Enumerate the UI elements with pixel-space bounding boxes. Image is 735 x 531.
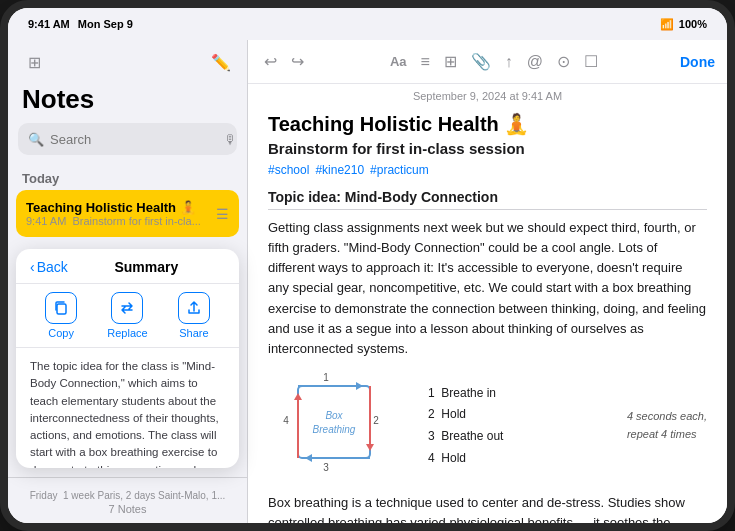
diagram-step-2: 2 Hold	[428, 404, 607, 426]
tag-practicum[interactable]: #practicum	[370, 163, 429, 177]
svg-rect-0	[57, 304, 66, 314]
sidebar-title: Notes	[8, 84, 247, 123]
summary-footer-meta: Friday 1 week Paris, 2 days Saint-Malo, …	[22, 486, 233, 503]
copy-label: Copy	[48, 327, 74, 339]
replace-label: Replace	[107, 327, 147, 339]
back-label: Back	[37, 259, 68, 275]
summary-actions: Copy Replace	[16, 284, 239, 348]
topic-heading: Topic idea: Mind-Body Connection	[268, 189, 707, 210]
checkbox-button[interactable]: ☐	[580, 48, 602, 75]
box-diagram: 1 2 3 4 Box Breathing	[268, 371, 408, 481]
app-container: ⊞ ✏️ Notes 🔍 🎙 Today Teaching Holistic H…	[8, 40, 727, 523]
format-text-button[interactable]: Aa	[386, 50, 411, 73]
detail-toolbar: ↩ ↪ Aa ≡ ⊞ 📎 ↑ @ ⊙ ☐ Done	[248, 40, 727, 84]
diagram-container: 1 2 3 4 Box Breathing 1 Breathe in 2 Hol…	[268, 371, 707, 481]
sidebar-grid-button[interactable]: ⊞	[20, 48, 48, 76]
search-input[interactable]	[50, 132, 218, 147]
detail-subtitle: Brainstorm for first in-class session	[268, 140, 707, 157]
note-list-icon-1: ☰	[216, 206, 229, 222]
svg-text:2: 2	[373, 415, 379, 426]
note-title-1: Teaching Holistic Health 🧘	[26, 200, 208, 215]
summary-popup: ‹ Back Summary Copy	[16, 249, 239, 468]
svg-text:Breathing: Breathing	[313, 424, 356, 435]
share-label: Share	[179, 327, 208, 339]
svg-text:Box: Box	[325, 410, 343, 421]
summary-body: The topic idea for the class is "Mind-Bo…	[16, 348, 239, 468]
svg-marker-9	[294, 393, 302, 400]
chevron-left-icon: ‹	[30, 259, 35, 275]
svg-rect-1	[298, 386, 370, 458]
note-meta-1: 9:41 AM Brainstorm for first in-cla...	[26, 215, 208, 227]
copy-button[interactable]: Copy	[45, 292, 77, 339]
diagram-steps: 1 Breathe in 2 Hold 3 Breathe out 4 Hold	[428, 383, 607, 469]
mic-icon: 🎙	[224, 132, 237, 147]
detail-tags: #school #kine210 #practicum	[268, 163, 707, 177]
status-time: 9:41 AM	[28, 18, 70, 30]
sidebar-footer: Friday 1 week Paris, 2 days Saint-Malo, …	[8, 477, 247, 523]
toolbar-left: ↩ ↪	[260, 48, 308, 75]
svg-text:3: 3	[323, 462, 329, 473]
wifi-icon: 📶	[660, 18, 674, 31]
back-button[interactable]: ‹ Back	[30, 259, 68, 275]
battery-label: 100%	[679, 18, 707, 30]
list-button[interactable]: ≡	[417, 49, 434, 75]
tag-school[interactable]: #school	[268, 163, 309, 177]
search-icon: 🔍	[28, 132, 44, 147]
diagram-step-1: 1 Breathe in	[428, 383, 607, 405]
sidebar: ⊞ ✏️ Notes 🔍 🎙 Today Teaching Holistic H…	[8, 40, 248, 523]
toolbar-center: Aa ≡ ⊞ 📎 ↑ @ ⊙ ☐	[386, 48, 602, 75]
attachment-button[interactable]: 📎	[467, 48, 495, 75]
box-breathing-svg: 1 2 3 4 Box Breathing	[268, 371, 408, 481]
diagram-step-3: 3 Breathe out	[428, 426, 607, 448]
detail-timestamp: September 9, 2024 at 9:41 AM	[248, 84, 727, 104]
indent-button[interactable]: ⊞	[440, 48, 461, 75]
svg-marker-7	[305, 454, 312, 462]
detail-paragraph-2: Box breathing is a technique used to cen…	[268, 493, 707, 523]
status-bar: 9:41 AM Mon Sep 9 📶 100%	[8, 8, 727, 40]
note-content-1: Teaching Holistic Health 🧘 9:41 AM Brain…	[26, 200, 208, 227]
copy-icon	[45, 292, 77, 324]
undo-button[interactable]: ↩	[260, 48, 281, 75]
note-detail: ↩ ↪ Aa ≡ ⊞ 📎 ↑ @ ⊙ ☐ Done September 9, 2…	[248, 40, 727, 523]
compose-button[interactable]: ✏️	[207, 48, 235, 76]
diagram-step-4: 4 Hold	[428, 448, 607, 470]
svg-marker-3	[356, 382, 363, 390]
mention-button[interactable]: @	[523, 49, 547, 75]
summary-header: ‹ Back Summary	[16, 249, 239, 284]
svg-text:4: 4	[283, 415, 289, 426]
svg-marker-5	[366, 444, 374, 451]
ipad-frame: 9:41 AM Mon Sep 9 📶 100% ⊞ ✏️ Notes 🔍 🎙 …	[0, 0, 735, 531]
section-header-today: Today	[16, 165, 239, 190]
share-button[interactable]: Share	[178, 292, 210, 339]
replace-button[interactable]: Replace	[107, 292, 147, 339]
status-left: 9:41 AM Mon Sep 9	[28, 18, 133, 30]
sidebar-toolbar: ⊞ ✏️	[8, 40, 247, 84]
summary-title: Summary	[68, 259, 225, 275]
status-day: Mon Sep 9	[78, 18, 133, 30]
more-button[interactable]: ⊙	[553, 48, 574, 75]
tag-kine210[interactable]: #kine210	[315, 163, 364, 177]
detail-paragraph-1: Getting class assignments next week but …	[268, 218, 707, 359]
status-right: 📶 100%	[660, 18, 707, 31]
svg-text:1: 1	[323, 372, 329, 383]
redo-button[interactable]: ↪	[287, 48, 308, 75]
detail-content: Teaching Holistic Health 🧘 Brainstorm fo…	[248, 104, 727, 523]
note-item-1[interactable]: Teaching Holistic Health 🧘 9:41 AM Brain…	[16, 190, 239, 237]
search-bar[interactable]: 🔍 🎙	[18, 123, 237, 155]
share-detail-button[interactable]: ↑	[501, 49, 517, 75]
notes-count: 7 Notes	[22, 503, 233, 515]
replace-icon	[111, 292, 143, 324]
detail-main-title: Teaching Holistic Health 🧘	[268, 112, 707, 136]
share-icon	[178, 292, 210, 324]
diagram-note: 4 seconds each,repeat 4 times	[627, 408, 707, 443]
done-button[interactable]: Done	[680, 54, 715, 70]
